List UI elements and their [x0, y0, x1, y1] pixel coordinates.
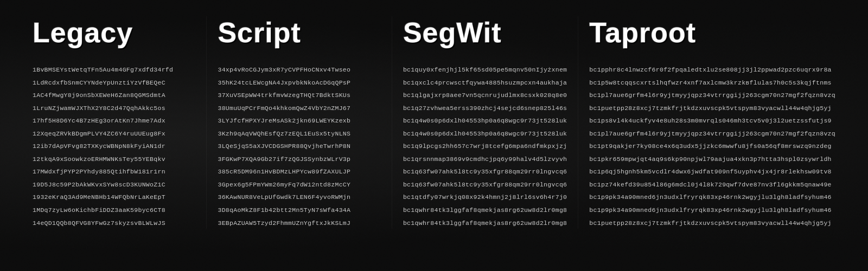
address-item[interactable]: bc1p5w8tcqqscxrtslhqfwzr4xnf7axlcmw3krzk…: [589, 77, 835, 89]
header-segwit: SegWit: [403, 16, 567, 49]
address-item[interactable]: bc1q4w0s0p6dxlh04553hp0a6q8wgc9r73jt528l…: [403, 115, 567, 127]
address-item[interactable]: bc1q9lpcgs2hh657c7wrj8tcefg6mpa6ndfmkpxj…: [403, 140, 567, 152]
address-item[interactable]: 14eQD1QQb8QFVG8YFwGz7skyzsvBLWLwJS: [33, 217, 195, 229]
address-list-script: 34xp4vRoCGJym3xR7yCVPFHoCNxv4Twseo35hK24…: [218, 64, 380, 229]
address-item[interactable]: bc1q63fw07ahk5l8tc9y35xfgr88qm29rr0lngvc…: [403, 179, 567, 191]
address-item[interactable]: 3EBpAZUAW5Tzyd2FhmmUZnYgftxJkKSLmJ: [218, 217, 380, 229]
address-item[interactable]: 1BvBMSEYstWetqTFn5Au4m4GFg7xdfd34rfd: [33, 64, 195, 76]
address-item[interactable]: bc1quy0xfenjhjl5kf65sd05pe5mqnv50nIjyżxn…: [403, 64, 567, 76]
address-item[interactable]: bc1qrsnnmap3869v9cmdhcjpq6y99halv4d5lzvy…: [403, 153, 567, 165]
address-item[interactable]: 1AC4fMwgY8j9onSbXEWeH6Zan8QGMSdmtA: [33, 89, 195, 101]
address-item[interactable]: bc1pz74kefd39u854l86g6mdcl0j4l8k729qwf7d…: [589, 179, 835, 191]
address-item[interactable]: 3FGKwP7XQA9Gb27if7zQGJSSynbzWLrV3p: [218, 153, 380, 165]
address-item[interactable]: 3LYJfcfHPXYJreMsASk2jkn69LWEYKzexb: [218, 115, 380, 127]
address-item[interactable]: 19D5J8c59P2bAkWKvxSYw8scD3KUNWoZ1C: [33, 179, 195, 191]
address-list-taproot: bc1pphr8c4lnwzcf6r0f2fpqaledtxlu2se808jj…: [589, 64, 835, 229]
header-legacy: Legacy: [33, 16, 195, 49]
column-taproot: Taprootbc1pphr8c4lnwzcf6r0f2fpqaledtxlu2…: [578, 16, 846, 229]
address-item[interactable]: bc1q4w0s0p6dxlh04553hp0a6q8wgc9r73jt528l…: [403, 128, 567, 140]
address-item[interactable]: 1MDq7zyLw6oKichbFiDDZ3aaK59byc6CT8: [33, 204, 195, 216]
address-item[interactable]: bc1q63fw07ahk5l8tc9y35xfgr88qm29rr0lngvc…: [403, 166, 567, 178]
address-item[interactable]: 12tkqA9xSoowkzoERHMWNKsTey55YEBqkv: [33, 153, 195, 165]
address-item[interactable]: bc1qxclc4prcwsctfqywa4885hsuzmpcxn4aukha…: [403, 77, 567, 89]
address-item[interactable]: 1932eKraQ3Ad9MeNBHb14WFQbNrLaKeEpT: [33, 191, 195, 203]
address-item[interactable]: 3Kzh9qAqVWQhEsfQz7zEQL1EuSx5tyNLNS: [218, 128, 380, 140]
address-item[interactable]: 17hf5H8D6Yc4B7zHEg3orAtKn7Jhme7Adx: [33, 115, 195, 127]
address-item[interactable]: 3D8qAoMkZ8F1b42btt2Mn5TyN7sWfa434A: [218, 204, 380, 216]
address-item[interactable]: 36KAwNUR8VeLpUfGwdk7LEN6F4yvoRWMjn: [218, 191, 380, 203]
address-item[interactable]: bc1pt9qakjer7ky08ce4x6q3udx5jjzkc6mwwfu8…: [589, 140, 835, 152]
address-item[interactable]: bc1p9pk34a90mned6jn3udxlfryrqk83xp46rnk2…: [589, 204, 835, 216]
address-item[interactable]: bc1p9pk34a90mned6jn3udxlfryrqk83xp46rnk2…: [589, 191, 835, 203]
address-item[interactable]: 385cR5DM96n1HvBDMzLHPYcw89fZAXULJP: [218, 166, 380, 178]
address-item[interactable]: bc1pkr659mpwjqt4aq9s6kp90npjwl79aajua4xk…: [589, 153, 835, 165]
address-item[interactable]: bc1q27zvhwea5erss390zhcj4sejcd6snep825l4…: [403, 102, 567, 114]
address-item[interactable]: bc1puetpp28z8xcj7tzmkfrjtkdzxuvscpk5vtsp…: [589, 102, 835, 114]
column-segwit: SegWitbc1quy0xfenjhjl5kf65sd05pe5mqnv50n…: [392, 16, 578, 229]
address-item[interactable]: 12ib7dApVFvg82TXKycWBNpN8kFyiAN1dr: [33, 140, 195, 152]
address-item[interactable]: 3LQeSjqS5aXJVCDGSHPR88QvjheTwrhP8N: [218, 140, 380, 152]
address-item[interactable]: bc1qwhr84tk3lggfaf8qmekjas8rg62uw8d2lr0m…: [403, 204, 567, 216]
address-item[interactable]: 34xp4vRoCGJym3xR7yCVPFHoCNxv4Twseo: [218, 64, 380, 76]
address-item[interactable]: bc1ps8vl4k4uckfyv4e8uh28s3m0mvrqls046mh3…: [589, 115, 835, 127]
address-item[interactable]: bc1puetpp28z8xcj7tzmkfrjtkdzxuvscpk5vtsp…: [589, 217, 835, 229]
address-item[interactable]: bc1pl7aue6grfm4l6r9yjtmyyjqpz34vtrrggijj…: [589, 128, 835, 140]
address-item[interactable]: bc1qlgajxrp8aee7vn5qcnrujudlmx8csxk028q8…: [403, 89, 567, 101]
address-item[interactable]: bc1pphr8c4lnwzcf6r0f2fpqaledtxlu2se808jj…: [589, 64, 835, 76]
address-item[interactable]: bc1pl7aue6grfm4l6r9yjtmyyjqpz34vtrrggijj…: [589, 89, 835, 101]
address-list-segwit: bc1quy0xfenjhjl5kf65sd05pe5mqnv50nIjyżxn…: [403, 64, 567, 229]
address-item[interactable]: 37XuVSEpWW4trkfmvWzegTHQt7BdktSKUs: [218, 89, 380, 101]
address-item[interactable]: 12XqeqZRVkBDgmPLVY4ZC6Y4ruUUEug8Fx: [33, 128, 195, 140]
address-item[interactable]: 17MWdxfjPYP2PYhdy885QtihfbW181r1rn: [33, 166, 195, 178]
column-legacy: Legacy1BvBMSEYstWetqTFn5Au4m4GFg7xdfd34r…: [22, 16, 207, 229]
address-item[interactable]: 38UmuUqPCrFmQo4khkomQwZ4VbY2nZMJ67: [218, 102, 380, 114]
address-item[interactable]: 3Gpex6g5FPmYWm26myFq7dW12ntd8zMcCY: [218, 179, 380, 191]
column-script: Script34xp4vRoCGJym3xR7yCVPFHoCNxv4Twseo…: [207, 16, 392, 229]
main-wrapper: Legacy1BvBMSEYstWetqTFn5Au4m4GFg7xdfd34r…: [0, 0, 868, 245]
header-script: Script: [218, 16, 380, 49]
address-item[interactable]: 1LruNZjwamWJXThX2Y8C2d47QqhAkkc5os: [33, 102, 195, 114]
address-item[interactable]: 1LdRcdxfbSnmCYYNdeYpUnztiYzVfBEQeC: [33, 77, 195, 89]
address-item[interactable]: bc1p6qj5hgnh5km5vcdlr4dwx6jwdfat909nf5uy…: [589, 166, 835, 178]
address-item[interactable]: bc1qtdfy07wrkjq08x92k4hmnj2j8lrl6sv6h4r7…: [403, 191, 567, 203]
address-list-legacy: 1BvBMSEYstWetqTFn5Au4m4GFg7xdfd34rfd1LdR…: [33, 64, 195, 229]
header-taproot: Taproot: [589, 16, 835, 49]
address-item[interactable]: bc1qwhr84tk3lggfaf8qmekjas8rg62uw8d2lr0m…: [403, 217, 567, 229]
address-item[interactable]: 35hK24tcLEWcgNA4JxpvbkNkoAcDGqQPsP: [218, 77, 380, 89]
